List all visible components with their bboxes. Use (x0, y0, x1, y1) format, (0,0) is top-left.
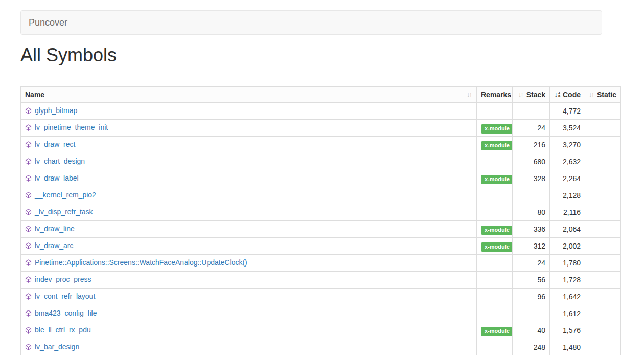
code-cell: 4,772 (550, 103, 585, 120)
static-cell (585, 170, 621, 187)
x-module-badge: x-module (481, 141, 513, 150)
column-label-code: Code (563, 90, 581, 100)
static-cell (585, 305, 621, 322)
table-row: lv_draw_label x-module 328 2,264 (21, 170, 621, 187)
remarks-cell: x-module (477, 322, 513, 339)
name-cell: lv_pinetime_theme_init (21, 120, 477, 137)
code-cell: 2,064 (550, 221, 585, 238)
name-cell: _lv_disp_refr_task (21, 204, 477, 221)
table-row: lv_bar_design 248 1,480 (21, 339, 621, 355)
code-cell: 1,480 (550, 339, 585, 355)
stack-cell: 80 (513, 204, 550, 221)
remarks-cell: x-module (477, 238, 513, 255)
cube-icon (25, 241, 32, 252)
code-cell: 1,576 (550, 322, 585, 339)
code-cell: 2,116 (550, 204, 585, 221)
symbol-link[interactable]: lv_pinetime_theme_init (35, 123, 108, 131)
sort-desc-icon-code[interactable]: ↓ z a (555, 90, 560, 100)
remarks-cell (477, 255, 513, 272)
sort-icon-name[interactable]: ↓↑ (467, 90, 472, 100)
cube-icon (25, 140, 32, 150)
symbol-link[interactable]: _lv_disp_refr_task (35, 208, 93, 216)
name-cell: indev_proc_press (21, 272, 477, 289)
cube-icon (25, 258, 32, 269)
code-cell: 3,270 (550, 137, 585, 153)
static-cell (585, 153, 621, 170)
column-header-stack[interactable]: ↓↑ Stack (513, 87, 550, 103)
symbols-table: Name ↓↑ Remarks ↓↑ Stack ↓ z (20, 86, 621, 355)
x-module-badge: x-module (481, 124, 513, 134)
symbol-link[interactable]: lv_draw_label (35, 174, 79, 182)
name-cell: lv_cont_refr_layout (21, 289, 477, 305)
table-row: indev_proc_press 56 1,728 (21, 272, 621, 289)
static-cell (585, 272, 621, 289)
stack-cell (513, 103, 550, 120)
navbar-brand[interactable]: Puncover (21, 10, 75, 35)
column-label-remarks: Remarks (481, 91, 511, 99)
symbol-link[interactable]: lv_draw_line (35, 225, 75, 233)
static-cell (585, 289, 621, 305)
cube-icon (25, 208, 32, 218)
column-header-name[interactable]: Name ↓↑ (21, 87, 477, 103)
static-cell (585, 221, 621, 238)
table-header: Name ↓↑ Remarks ↓↑ Stack ↓ z (21, 87, 621, 103)
cube-icon (25, 343, 32, 353)
table-row: bma423_config_file 1,612 (21, 305, 621, 322)
name-cell: bma423_config_file (21, 305, 477, 322)
symbol-link[interactable]: indev_proc_press (35, 275, 91, 283)
code-cell: 1,612 (550, 305, 585, 322)
name-cell: ble_ll_ctrl_rx_pdu (21, 322, 477, 339)
cube-icon (25, 123, 32, 134)
name-cell: lv_bar_design (21, 339, 477, 355)
code-cell: 1,728 (550, 272, 585, 289)
table-row: Pinetime::Applications::Screens::WatchFa… (21, 255, 621, 272)
symbol-link[interactable]: lv_draw_rect (35, 140, 75, 148)
cube-icon (25, 292, 32, 302)
name-cell: lv_draw_rect (21, 137, 477, 153)
symbol-link[interactable]: lv_draw_arc (35, 241, 73, 250)
stack-cell: 336 (513, 221, 550, 238)
navbar: Puncover (20, 10, 602, 35)
code-cell: 2,632 (550, 153, 585, 170)
name-cell: lv_draw_line (21, 221, 477, 238)
name-cell: glyph_bitmap (21, 103, 477, 120)
symbol-link[interactable]: glyph_bitmap (35, 106, 77, 115)
x-module-badge: x-module (481, 327, 513, 336)
symbol-link[interactable]: lv_cont_refr_layout (35, 292, 95, 300)
remarks-cell (477, 305, 513, 322)
static-cell (585, 137, 621, 153)
stack-cell: 40 (513, 322, 550, 339)
symbol-link[interactable]: bma423_config_file (35, 309, 97, 317)
symbol-link[interactable]: ble_ll_ctrl_rx_pdu (35, 326, 91, 334)
stack-cell: 248 (513, 339, 550, 355)
cube-icon (25, 225, 32, 235)
stack-cell (513, 187, 550, 204)
remarks-cell: x-module (477, 170, 513, 187)
symbol-link[interactable]: __kernel_rem_pio2 (35, 191, 96, 199)
sort-icon-static[interactable]: ↓↑ (589, 90, 594, 100)
name-cell: Pinetime::Applications::Screens::WatchFa… (21, 255, 477, 272)
column-label-stack: Stack (526, 90, 545, 100)
table-row: glyph_bitmap 4,772 (21, 103, 621, 120)
stack-cell: 680 (513, 153, 550, 170)
column-header-static[interactable]: ↓↑ Static (585, 87, 621, 103)
static-cell (585, 255, 621, 272)
symbol-link[interactable]: Pinetime::Applications::Screens::WatchFa… (35, 258, 247, 267)
stack-cell: 328 (513, 170, 550, 187)
stack-cell (513, 305, 550, 322)
table-body: glyph_bitmap 4,772 lv_pinetime_theme_ini… (21, 103, 621, 355)
stack-cell: 96 (513, 289, 550, 305)
static-cell (585, 187, 621, 204)
name-cell: lv_draw_label (21, 170, 477, 187)
column-header-remarks[interactable]: Remarks (477, 87, 513, 103)
symbol-link[interactable]: lv_bar_design (35, 343, 79, 351)
symbol-link[interactable]: lv_chart_design (35, 157, 85, 165)
table-row: lv_draw_rect x-module 216 3,270 (21, 137, 621, 153)
remarks-cell (477, 289, 513, 305)
sort-icon-stack[interactable]: ↓↑ (518, 90, 524, 100)
code-cell: 1,780 (550, 255, 585, 272)
stack-cell: 312 (513, 238, 550, 255)
code-cell: 2,264 (550, 170, 585, 187)
cube-icon (25, 326, 32, 336)
column-header-code[interactable]: ↓ z a Code (550, 87, 585, 103)
